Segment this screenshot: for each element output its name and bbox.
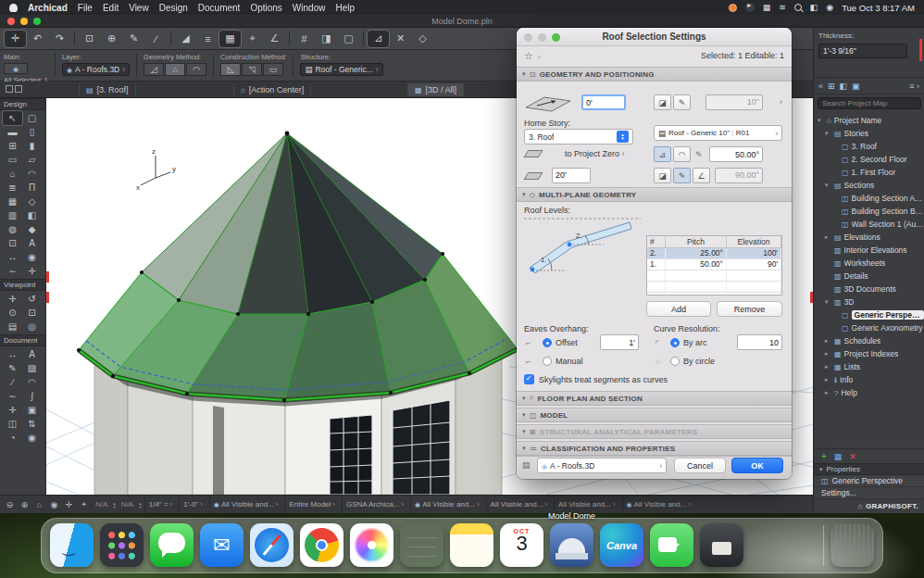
tool-layers-view-icon[interactable]: ▤ bbox=[3, 320, 22, 333]
finder-dock-icon[interactable] bbox=[50, 523, 94, 567]
tool-fill-icon[interactable]: ▨ bbox=[22, 361, 42, 375]
tree-item-3d-documents[interactable]: ▥3D Documents bbox=[814, 283, 924, 295]
toolbar-angle-icon[interactable]: ∠ bbox=[264, 31, 285, 47]
zoom-out-icon[interactable]: ⊖ bbox=[4, 500, 16, 509]
trash-dock-icon[interactable] bbox=[830, 523, 874, 567]
home-zoom-icon[interactable]: ⌂ bbox=[33, 500, 45, 509]
minimize-window-button[interactable] bbox=[20, 18, 28, 25]
geometry-multi-plane-button[interactable]: ⌂ bbox=[165, 63, 185, 76]
walk-icon[interactable]: ⌖ bbox=[78, 499, 90, 509]
tool-spline-icon[interactable]: ∼ bbox=[3, 264, 22, 278]
roof-levels-table[interactable]: # Pitch Elevation 2. 25.00° 100' 1. 50.0… bbox=[646, 235, 782, 295]
mail-dock-icon[interactable]: ✉ bbox=[200, 523, 243, 567]
tree-item-building-section-a[interactable]: ◫Building Section A (A bbox=[814, 192, 924, 205]
tree-item-worksheets[interactable]: ▥Worksheets bbox=[814, 257, 924, 270]
by-circle-radio[interactable] bbox=[670, 357, 680, 366]
safari-dock-icon[interactable] bbox=[250, 523, 293, 567]
tool-label-icon[interactable]: ✎ bbox=[3, 361, 22, 375]
properties-view-row[interactable]: ◫Generic Perspective bbox=[814, 475, 924, 487]
construction-method-1-button[interactable]: ◺ bbox=[220, 63, 241, 76]
view-map-icon[interactable]: ◧ bbox=[840, 82, 848, 91]
construction-method-3-button[interactable]: ▭ bbox=[263, 63, 283, 76]
tool-camera-icon[interactable]: ◉ bbox=[22, 250, 42, 264]
dialog-titlebar[interactable]: Roof Selection Settings bbox=[517, 28, 792, 46]
structure-display-selector[interactable]: Entire Model bbox=[284, 496, 339, 513]
tool-window-icon[interactable]: ⊞ bbox=[3, 139, 22, 153]
toolbar-morph-icon[interactable]: ◇ bbox=[412, 31, 433, 47]
manual-radio[interactable] bbox=[543, 357, 552, 366]
toolbar-pan-icon[interactable]: ✛ bbox=[5, 31, 26, 47]
window-titlebar[interactable]: Model Dome.pln bbox=[0, 15, 924, 28]
tool-camera2-icon[interactable]: ◉ bbox=[22, 431, 42, 445]
clone-folder-icon[interactable]: ▦ bbox=[834, 452, 843, 461]
toolbar-slope-icon[interactable]: ⊿ bbox=[368, 31, 389, 47]
geometry-dome-button[interactable]: ◠ bbox=[186, 63, 206, 76]
classification-section-header[interactable]: ≔CLASSIFICATION AND PROPERTIES bbox=[517, 441, 792, 456]
chevron-right-icon[interactable] bbox=[780, 97, 782, 107]
pivot-elevation-value[interactable]: 20' bbox=[552, 168, 591, 183]
tree-item-story-1-first-floor[interactable]: ▢1. First Floor bbox=[814, 166, 924, 179]
tree-item-interior-elevations[interactable]: ▥Interior Elevations bbox=[814, 244, 924, 257]
menubar-clock[interactable]: Tue Oct 3 8:17 AM bbox=[842, 3, 915, 13]
expand-arrow-icon[interactable]: ▸ bbox=[825, 376, 831, 383]
menu-document[interactable]: Document bbox=[198, 3, 241, 13]
tool-select-icon[interactable]: ↖ bbox=[3, 111, 22, 125]
tab-overview-icon[interactable] bbox=[6, 85, 22, 93]
wifi-icon[interactable]: ≋ bbox=[779, 3, 786, 12]
tool-drawing-icon[interactable]: ◫ bbox=[3, 417, 22, 431]
tool-stair-icon[interactable]: ≣ bbox=[3, 181, 22, 195]
offset-radio[interactable] bbox=[543, 338, 552, 347]
toolbox-section-viewpoint[interactable]: Viewpoint bbox=[0, 279, 45, 291]
tool-lamp-icon[interactable]: ◍ bbox=[3, 222, 22, 236]
toolbar-zoom-window-icon[interactable]: ⊡ bbox=[79, 31, 100, 47]
dome-shape-button[interactable] bbox=[673, 146, 691, 162]
expand-arrow-icon[interactable]: ▾ bbox=[825, 182, 831, 189]
home-story-dropdown[interactable]: 3. Roof bbox=[524, 129, 633, 144]
tool-mesh-icon[interactable]: ▦ bbox=[3, 195, 22, 208]
delete-view-icon[interactable]: ✕ bbox=[849, 452, 856, 461]
tool-morph-icon[interactable]: ◆ bbox=[22, 222, 42, 236]
geometry-single-plane-button[interactable]: ◿ bbox=[144, 63, 164, 76]
tree-item-schedules[interactable]: ▸▦Schedules bbox=[814, 334, 924, 347]
tree-item-3d[interactable]: ▾▥3D bbox=[814, 295, 924, 308]
messages-dock-icon[interactable] bbox=[150, 523, 194, 567]
toolbar-fill-icon[interactable]: ◢ bbox=[175, 31, 196, 47]
tree-item-story-2-second-floor[interactable]: ▢2. Second Floor bbox=[814, 153, 924, 166]
expand-arrow-icon[interactable]: ▸ bbox=[825, 337, 831, 345]
toolbar-snap-icon[interactable]: ⌖ bbox=[242, 31, 263, 47]
scale-numerator[interactable]: 1/4" = bbox=[144, 496, 177, 513]
tool-door-icon[interactable]: ▯ bbox=[22, 125, 42, 139]
keyboard-icon[interactable]: ▦ bbox=[763, 3, 771, 12]
favorites-icon[interactable] bbox=[524, 50, 533, 62]
facetime-dock-icon[interactable] bbox=[650, 523, 693, 567]
tree-item-building-section-b[interactable]: ◫Building Section B (A bbox=[814, 205, 924, 218]
construction-method-2-button[interactable]: ◹ bbox=[242, 63, 262, 76]
angle-pencil-button[interactable] bbox=[673, 168, 691, 183]
tool-zone-icon[interactable]: ◇ bbox=[22, 195, 42, 208]
tab-3-roof[interactable]: ▤ [3. Roof] bbox=[79, 83, 136, 96]
stepper-icon[interactable] bbox=[113, 501, 116, 509]
tree-item-help[interactable]: ▸?Help bbox=[814, 386, 924, 399]
pan-icon[interactable]: ✛ bbox=[63, 500, 75, 509]
dialog-close-button[interactable] bbox=[524, 33, 532, 42]
toolbar-split-icon[interactable]: ◨ bbox=[316, 31, 337, 47]
tool-doc-text-icon[interactable]: A bbox=[22, 347, 42, 361]
tool-figure-icon[interactable]: ▣ bbox=[22, 403, 42, 417]
floorplan-section-header[interactable]: ⌗FLOOR PLAN AND SECTION bbox=[517, 391, 792, 406]
tree-item-stories[interactable]: ▾▤Stories bbox=[814, 127, 924, 140]
thickness-pencil-button[interactable] bbox=[673, 94, 691, 110]
search-icon[interactable] bbox=[794, 4, 802, 11]
by-arc-radio[interactable] bbox=[670, 338, 680, 347]
menu-design[interactable]: Design bbox=[159, 3, 188, 13]
calendar-dock-icon[interactable]: OCT 3 bbox=[500, 523, 543, 567]
layer-combination-selector[interactable]: All Visible and... bbox=[209, 496, 282, 513]
tool-roof-icon[interactable]: ⌂ bbox=[3, 167, 22, 181]
properties-settings-button[interactable]: Settings... bbox=[814, 487, 924, 499]
tool-marquee-icon[interactable]: ▢ bbox=[22, 111, 42, 125]
story-stepper-icon[interactable] bbox=[617, 131, 629, 143]
tool-spline2-icon[interactable]: ∫ bbox=[22, 389, 42, 403]
dialog-minimize-button[interactable] bbox=[538, 33, 546, 42]
toolbar-grid-icon[interactable]: ▦ bbox=[219, 31, 241, 47]
tool-camera-view-icon[interactable]: ◎ bbox=[22, 320, 42, 333]
collapse-panel-icon[interactable]: « bbox=[818, 82, 823, 91]
